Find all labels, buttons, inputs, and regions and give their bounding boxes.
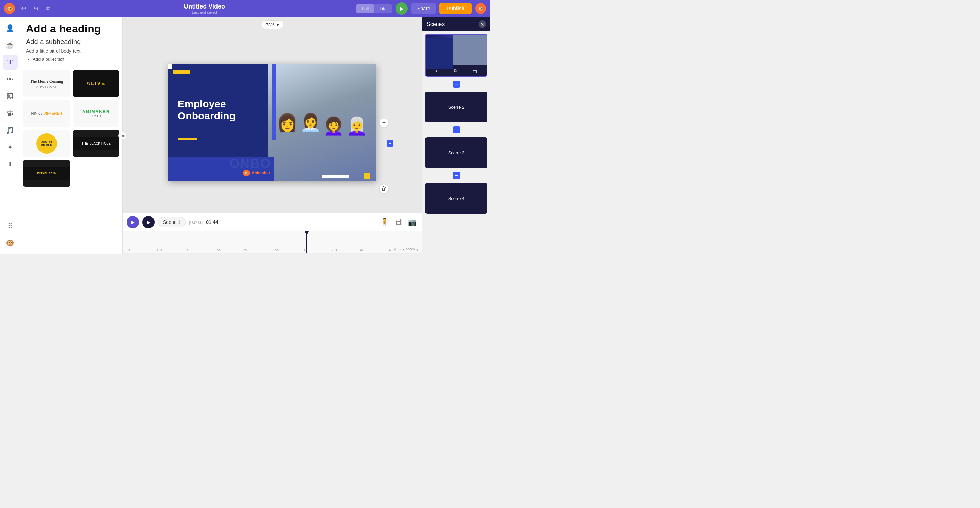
scene-2-thumbnail: Scene 2 [425,92,487,122]
canvas-toolbar: 73% ▾ [123,17,422,32]
lite-view-button[interactable]: Lite [374,4,392,13]
duplicate-button[interactable]: ⧉ [44,4,53,13]
scene-1-minus-button[interactable]: – [453,81,460,88]
canvas-main-text: EmployeeOnboarding [178,98,235,121]
collapse-panel-button[interactable]: ◀ [118,131,127,140]
white-rect-small [168,64,172,69]
scenes-close-button[interactable]: ✕ [479,21,486,28]
zoom-controls: + – - Zoom + [394,246,418,252]
think-label: THINK / DIFFERENT [29,112,64,115]
user-avatar[interactable]: 🐵 [475,3,486,14]
film-icon-button[interactable]: 🎞 [394,217,403,228]
zoom-value: 73% [266,22,274,27]
scene-item-2[interactable]: Scene 2 [425,92,487,122]
preview-play-button[interactable]: ▶ [396,2,408,14]
timeline-scene-name[interactable]: Scene 1 [158,217,186,227]
header-right: Full Lite ▶ Share Publish 🐵 [356,2,486,14]
upload-sidebar-btn[interactable]: ⬆ [3,157,18,172]
meeting-people: 👩 👩‍💼 👩‍🦱 👩‍🦳 [270,102,374,143]
music-sidebar-btn[interactable]: 🎵 [3,123,18,137]
white-bar-bottom [322,175,349,178]
scenes-title: Scenes [426,21,445,27]
view-toggle: Full Lite [356,4,392,13]
project-title[interactable]: Untitled Video [184,3,225,10]
app-logo: 🐵 [4,3,15,14]
add-element-right-button[interactable]: + [379,118,389,128]
video-canvas[interactable]: EmployeeOnboarding 👩 👩‍💼 👩‍🦱 👩‍🦳 [168,64,377,181]
scene-item-1[interactable]: Scene 1 🐵 00:05 + ⧉ 🗑 [425,34,487,77]
scene-1-preview-left [426,38,453,69]
add-bullet-btn[interactable]: Add a bullet text [33,57,117,62]
scene-item-4[interactable]: Scene 4 [425,183,487,214]
scene-item-3[interactable]: Scene 3 [425,137,487,168]
scene-3-label: Scene 3 [448,150,465,155]
share-button[interactable]: Share [411,3,436,14]
template-black-hole[interactable]: THE BLACK HOLE [73,130,120,157]
add-heading-btn[interactable]: Add a heading [26,22,117,35]
scene-3-minus-button[interactable]: – [453,172,460,179]
blackhole-label: THE BLACK HOLE [73,137,120,150]
zoom-out-button[interactable]: – [399,246,402,252]
blue-divider-accent [272,64,276,141]
person-2: 👩‍💼 [300,113,321,133]
undo-button[interactable]: ↩ [18,3,29,14]
watermark-icon: 🐵 [243,170,250,176]
add-subheading-btn[interactable]: Add a subheading [26,38,117,46]
scene-1-thumbnail: Scene 1 🐵 00:05 [426,35,487,65]
sticker-sidebar-btn[interactable]: ✦ [3,140,18,155]
tick-2s: 2s [243,248,247,252]
text-sidebar-btn[interactable]: T [3,54,18,70]
canvas-viewport[interactable]: EmployeeOnboarding 👩 👩‍💼 👩‍🦱 👩‍🦳 [123,32,422,213]
yellow-rect [173,70,190,73]
add-body-btn[interactable]: Add a little bit of body text [26,48,117,54]
apps-sidebar-btn[interactable]: ⠿ [3,219,18,233]
background-sidebar-btn[interactable]: BG [3,72,18,86]
template-alive[interactable]: ALIVE [73,70,120,97]
profile-sidebar-btn[interactable]: 👤 [3,21,18,35]
zoom-chevron: ▾ [277,22,279,27]
canvas-yellow-underline [178,138,197,140]
media-sidebar-btn[interactable]: 🖼 [3,89,18,104]
user-profile-sidebar-btn[interactable]: 🐵 [3,235,18,251]
scene-4-label: Scene 4 [448,196,465,201]
scene-1-preview-right [453,35,487,65]
template-homecoming[interactable]: The Home Coming #TRUESTORY [23,70,70,97]
save-status: Last edit saved [184,10,225,14]
coffee-sidebar-btn[interactable]: ☕ [3,37,18,53]
canvas-timeline-wrapper: 73% ▾ EmployeeOnboarding [123,17,422,254]
animaker-label: ANIMAKER [83,109,110,114]
scene-3-minus: – [422,171,490,180]
template-think-different[interactable]: THINK / DIFFERENT [23,100,70,127]
publish-button[interactable]: Publish [439,3,472,14]
blue-add-button[interactable]: – [387,140,393,147]
tick-0s: 0s [127,248,130,252]
zoom-indicator[interactable]: 73% ▾ [261,21,283,29]
tick-05s: 0.5s [156,248,162,252]
character-icon-button[interactable]: 🧍 [379,216,390,228]
template-justin-bieber[interactable]: JUSTINBIEBER [23,130,70,157]
ruler-ticks: 0s 0.5s 1s 1.5s 2s 2.5s 3s 3.5s 4s 4.5s … [127,232,418,254]
template-animaker-times[interactable]: ANIMAKER TIMES [73,100,120,127]
app-header: 🐵 ↩ ↪ ⧉ Untitled Video Last edit saved F… [0,0,490,17]
delete-row-button[interactable]: 🗑 [379,184,389,193]
photo-area: 👩 👩‍💼 👩‍🦱 👩‍🦳 [267,64,377,181]
watermark: 🐵 Animaker [243,170,270,176]
camera-icon-button[interactable]: 📷 [407,217,418,228]
scene-2-minus-button[interactable]: – [453,126,460,133]
tick-15s: 1.5s [214,248,221,252]
tick-1s: 1s [185,248,189,252]
zoom-in-button[interactable]: + [394,246,397,252]
scene-1-delete-button[interactable]: 🗑 [471,67,480,75]
full-view-button[interactable]: Full [356,4,374,13]
redo-button[interactable]: ↪ [31,3,41,14]
bg-text: ONBO [229,157,271,171]
template-pixel[interactable]: BITXEL 2010 [23,160,70,187]
zoom-label: - Zoom + [403,247,418,251]
video-sidebar-btn[interactable]: 📽 [3,105,18,121]
play-timeline-button[interactable]: ▶ [142,216,154,228]
alive-label: ALIVE [73,70,120,97]
person-4: 👩‍🦳 [346,116,367,136]
tick-4s: 4s [360,248,364,252]
play-scene-button[interactable]: ▶ [127,216,139,228]
tick-3s: 3s [302,248,305,252]
